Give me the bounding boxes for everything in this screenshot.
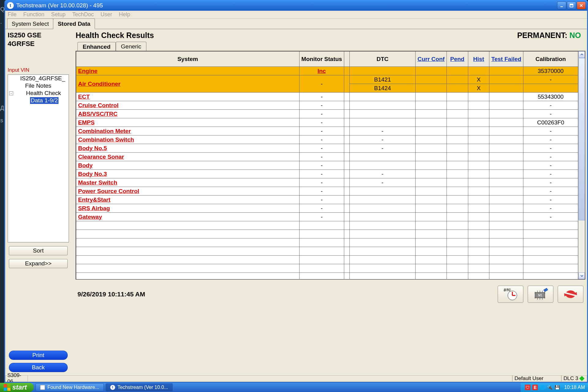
tray-clock[interactable]: 10:18 AM bbox=[564, 385, 585, 390]
status-dlc: DLC 3 bbox=[561, 375, 587, 382]
system-cell[interactable]: EMPS bbox=[76, 118, 300, 127]
table-row[interactable]: Cruise Control-- bbox=[76, 101, 578, 110]
minimize-button[interactable] bbox=[557, 2, 566, 10]
tree-data-item[interactable]: Data 1-9/2 bbox=[8, 97, 69, 104]
close-button[interactable] bbox=[577, 2, 586, 10]
system-cell[interactable]: Combination Switch bbox=[76, 135, 300, 144]
sort-button[interactable]: Sort bbox=[9, 246, 68, 255]
col-hist[interactable]: Hist bbox=[468, 51, 489, 67]
subtab-generic[interactable]: Generic bbox=[116, 42, 147, 51]
system-cell[interactable]: Body No.5 bbox=[76, 144, 300, 153]
table-row[interactable]: Clearance Sonar-- bbox=[76, 153, 578, 161]
menu-user[interactable]: User bbox=[100, 11, 112, 18]
table-row[interactable]: Body No.3--- bbox=[76, 170, 578, 178]
print-button[interactable]: Print bbox=[9, 351, 68, 360]
tree-collapse-icon[interactable]: - bbox=[9, 91, 13, 95]
scroll-up-button[interactable] bbox=[579, 51, 585, 58]
status-user: Default User bbox=[512, 375, 561, 382]
col-calibration[interactable]: Calibration bbox=[523, 51, 578, 67]
scroll-thumb[interactable] bbox=[579, 58, 585, 220]
table-row[interactable]: SRS Airbag-- bbox=[76, 204, 578, 213]
tree-root[interactable]: IS250_4GRFSE_ bbox=[8, 75, 69, 82]
col-monitor[interactable]: Monitor Status bbox=[299, 51, 344, 67]
menu-techdoc[interactable]: TechDoc bbox=[72, 11, 94, 18]
system-cell[interactable]: Air Conditioner bbox=[76, 75, 300, 93]
table-row[interactable]: Master Switch--- bbox=[76, 178, 578, 187]
tray-network-icon[interactable]: 🌐 bbox=[540, 385, 545, 390]
title-bar[interactable]: t Techstream (Ver 10.00.028) - 495 bbox=[5, 0, 587, 11]
menu-setup[interactable]: Setup bbox=[51, 11, 66, 18]
taskbar-item-hardware[interactable]: Found New Hardware... bbox=[36, 383, 104, 391]
results-table: System Monitor Status DTC Curr Conf Pend… bbox=[76, 51, 578, 280]
table-row[interactable]: Entry&Start-- bbox=[76, 196, 578, 204]
vertical-scrollbar[interactable] bbox=[578, 51, 585, 279]
system-cell[interactable]: Body No.3 bbox=[76, 170, 300, 178]
col-dtc[interactable]: DTC bbox=[349, 51, 415, 67]
tree-health-check[interactable]: -Health Check bbox=[8, 89, 69, 97]
data-tree[interactable]: IS250_4GRFSE_ File Notes -Health Check D… bbox=[8, 74, 69, 242]
system-cell[interactable]: Engine bbox=[76, 67, 300, 75]
dtc-clock-button[interactable]: DTC bbox=[498, 286, 523, 303]
tab-system-select[interactable]: System Select bbox=[7, 18, 53, 29]
system-cell[interactable]: Entry&Start bbox=[76, 196, 300, 204]
taskbar-item-techstream[interactable]: t Techstream (Ver 10.0... bbox=[106, 383, 173, 391]
system-cell[interactable]: ABS/VSC/TRC bbox=[76, 110, 300, 118]
timestamp: 9/26/2019 10:11:45 AM bbox=[77, 291, 145, 298]
status-blank bbox=[28, 375, 512, 382]
system-cell[interactable]: Combination Meter bbox=[76, 127, 300, 135]
start-button[interactable]: start bbox=[0, 383, 34, 392]
permanent-status: PERMANENT: NO bbox=[517, 31, 581, 40]
system-cell[interactable]: Master Switch bbox=[76, 178, 300, 187]
taskbar[interactable]: start Found New Hardware... t Techstream… bbox=[0, 383, 588, 392]
table-row[interactable]: Combination Switch--- bbox=[76, 135, 578, 144]
tray-remove-hardware-icon[interactable]: 💾 bbox=[554, 385, 560, 390]
ecu-write-button[interactable]: M1 bbox=[528, 286, 553, 303]
expand-button[interactable]: Expand>> bbox=[9, 259, 68, 268]
system-tray[interactable]: 🛡 E 🌐 🔌 💾 10:18 AM bbox=[521, 383, 588, 392]
system-cell[interactable]: Power Source Control bbox=[76, 187, 300, 196]
input-vin-link[interactable]: Input VIN bbox=[8, 67, 71, 73]
status-code: S309-06 bbox=[5, 375, 28, 382]
system-cell[interactable]: Cruise Control bbox=[76, 101, 300, 110]
back-button[interactable]: Back bbox=[9, 363, 68, 372]
menu-function[interactable]: Function bbox=[23, 11, 44, 18]
table-row[interactable]: EngineInc35370000 bbox=[76, 67, 578, 75]
desktop-background: Q.Дs bbox=[0, 0, 4, 383]
status-bar: S309-06 Default User DLC 3 bbox=[5, 375, 587, 382]
tray-error-icon[interactable]: E bbox=[532, 385, 538, 390]
subtab-enhanced[interactable]: Enhanced bbox=[77, 42, 116, 51]
table-row[interactable]: Body No.5--- bbox=[76, 144, 578, 153]
system-cell[interactable]: Clearance Sonar bbox=[76, 153, 300, 161]
table-row[interactable]: ECT-55343000 bbox=[76, 93, 578, 101]
col-curr-conf[interactable]: Curr Conf bbox=[416, 51, 447, 67]
col-test-failed[interactable]: Test Failed bbox=[489, 51, 523, 67]
col-system[interactable]: System bbox=[76, 51, 300, 67]
table-row[interactable]: Gateway-- bbox=[76, 213, 578, 221]
scroll-down-button[interactable] bbox=[579, 272, 585, 279]
tab-stored-data[interactable]: Stored Data bbox=[53, 18, 95, 29]
col-pend[interactable]: Pend bbox=[447, 51, 468, 67]
table-row[interactable]: Air Conditioner-B1421X- bbox=[76, 75, 578, 84]
app-icon: t bbox=[110, 385, 115, 390]
refresh-button[interactable] bbox=[558, 286, 583, 303]
table-row[interactable]: EMPS-C00263F0 bbox=[76, 118, 578, 127]
table-row[interactable]: ABS/VSC/TRC-- bbox=[76, 110, 578, 118]
system-cell[interactable]: Body bbox=[76, 161, 300, 170]
system-cell[interactable]: ECT bbox=[76, 93, 300, 101]
system-cell[interactable]: Gateway bbox=[76, 213, 300, 221]
menu-file[interactable]: File bbox=[8, 11, 17, 18]
table-row-empty bbox=[76, 221, 578, 230]
table-row-empty bbox=[76, 264, 578, 273]
table-row[interactable]: Power Source Control-- bbox=[76, 187, 578, 196]
col-blank bbox=[344, 51, 349, 67]
app-icon: t bbox=[7, 2, 14, 9]
table-row[interactable]: Body-- bbox=[76, 161, 578, 170]
table-row[interactable]: Combination Meter--- bbox=[76, 127, 578, 135]
tree-file-notes[interactable]: File Notes bbox=[8, 82, 69, 89]
system-cell[interactable]: SRS Airbag bbox=[76, 204, 300, 213]
tray-security-icon[interactable]: 🛡 bbox=[525, 385, 530, 390]
menu-help[interactable]: Help bbox=[119, 11, 130, 18]
tray-device-icon[interactable]: 🔌 bbox=[547, 385, 552, 390]
main-panel: Health Check Results PERMANENT: NO Enhan… bbox=[74, 29, 587, 375]
maximize-button[interactable] bbox=[567, 2, 576, 10]
